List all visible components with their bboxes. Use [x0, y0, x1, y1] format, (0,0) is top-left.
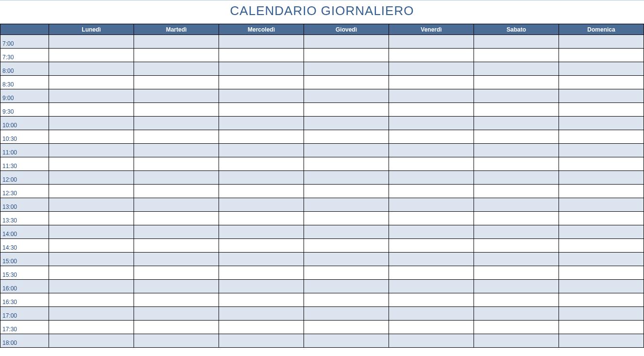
calendar-cell[interactable] — [49, 280, 134, 293]
calendar-cell[interactable] — [49, 307, 134, 321]
calendar-cell[interactable] — [389, 212, 474, 225]
calendar-cell[interactable] — [219, 76, 304, 89]
calendar-cell[interactable] — [389, 266, 474, 280]
calendar-cell[interactable] — [219, 334, 304, 348]
calendar-cell[interactable] — [389, 225, 474, 239]
calendar-cell[interactable] — [134, 76, 219, 89]
calendar-cell[interactable] — [134, 130, 219, 144]
calendar-cell[interactable] — [49, 253, 134, 266]
calendar-cell[interactable] — [219, 239, 304, 253]
calendar-cell[interactable] — [219, 185, 304, 198]
calendar-cell[interactable] — [49, 103, 134, 117]
calendar-cell[interactable] — [49, 198, 134, 212]
calendar-cell[interactable] — [559, 239, 644, 253]
calendar-cell[interactable] — [134, 307, 219, 321]
calendar-cell[interactable] — [134, 225, 219, 239]
calendar-cell[interactable] — [559, 49, 644, 62]
calendar-cell[interactable] — [304, 35, 389, 49]
calendar-cell[interactable] — [49, 334, 134, 348]
calendar-cell[interactable] — [219, 103, 304, 117]
calendar-cell[interactable] — [474, 76, 559, 89]
calendar-cell[interactable] — [474, 334, 559, 348]
calendar-cell[interactable] — [219, 225, 304, 239]
calendar-cell[interactable] — [559, 253, 644, 266]
calendar-cell[interactable] — [49, 293, 134, 307]
calendar-cell[interactable] — [474, 117, 559, 130]
calendar-cell[interactable] — [474, 157, 559, 171]
calendar-cell[interactable] — [389, 171, 474, 185]
calendar-cell[interactable] — [474, 321, 559, 334]
calendar-cell[interactable] — [219, 157, 304, 171]
calendar-cell[interactable] — [49, 144, 134, 157]
calendar-cell[interactable] — [474, 253, 559, 266]
calendar-cell[interactable] — [559, 280, 644, 293]
calendar-cell[interactable] — [559, 171, 644, 185]
calendar-cell[interactable] — [559, 144, 644, 157]
calendar-cell[interactable] — [389, 35, 474, 49]
calendar-cell[interactable] — [304, 239, 389, 253]
calendar-cell[interactable] — [389, 185, 474, 198]
calendar-cell[interactable] — [219, 266, 304, 280]
calendar-cell[interactable] — [559, 103, 644, 117]
calendar-cell[interactable] — [304, 103, 389, 117]
calendar-cell[interactable] — [304, 117, 389, 130]
calendar-cell[interactable] — [49, 266, 134, 280]
calendar-cell[interactable] — [389, 117, 474, 130]
calendar-cell[interactable] — [389, 144, 474, 157]
calendar-cell[interactable] — [304, 130, 389, 144]
calendar-cell[interactable] — [134, 62, 219, 76]
calendar-cell[interactable] — [304, 280, 389, 293]
calendar-cell[interactable] — [474, 49, 559, 62]
calendar-cell[interactable] — [559, 89, 644, 103]
calendar-cell[interactable] — [389, 89, 474, 103]
calendar-cell[interactable] — [389, 253, 474, 266]
calendar-cell[interactable] — [134, 103, 219, 117]
calendar-cell[interactable] — [219, 130, 304, 144]
calendar-cell[interactable] — [49, 321, 134, 334]
calendar-cell[interactable] — [49, 212, 134, 225]
calendar-cell[interactable] — [389, 334, 474, 348]
calendar-cell[interactable] — [559, 225, 644, 239]
calendar-cell[interactable] — [559, 117, 644, 130]
calendar-cell[interactable] — [389, 321, 474, 334]
calendar-cell[interactable] — [559, 212, 644, 225]
calendar-cell[interactable] — [304, 253, 389, 266]
calendar-cell[interactable] — [134, 35, 219, 49]
calendar-cell[interactable] — [389, 157, 474, 171]
calendar-cell[interactable] — [219, 280, 304, 293]
calendar-cell[interactable] — [474, 198, 559, 212]
calendar-cell[interactable] — [389, 198, 474, 212]
calendar-cell[interactable] — [134, 49, 219, 62]
calendar-cell[interactable] — [474, 307, 559, 321]
calendar-cell[interactable] — [134, 293, 219, 307]
calendar-cell[interactable] — [559, 185, 644, 198]
calendar-cell[interactable] — [304, 49, 389, 62]
calendar-cell[interactable] — [49, 117, 134, 130]
calendar-cell[interactable] — [559, 76, 644, 89]
calendar-cell[interactable] — [559, 198, 644, 212]
calendar-cell[interactable] — [49, 225, 134, 239]
calendar-cell[interactable] — [49, 89, 134, 103]
calendar-cell[interactable] — [474, 266, 559, 280]
calendar-cell[interactable] — [389, 130, 474, 144]
calendar-cell[interactable] — [304, 171, 389, 185]
calendar-cell[interactable] — [134, 198, 219, 212]
calendar-cell[interactable] — [389, 103, 474, 117]
calendar-cell[interactable] — [474, 89, 559, 103]
calendar-cell[interactable] — [559, 307, 644, 321]
calendar-cell[interactable] — [474, 293, 559, 307]
calendar-cell[interactable] — [134, 266, 219, 280]
calendar-cell[interactable] — [559, 35, 644, 49]
calendar-cell[interactable] — [559, 321, 644, 334]
calendar-cell[interactable] — [49, 185, 134, 198]
calendar-cell[interactable] — [474, 212, 559, 225]
calendar-cell[interactable] — [304, 198, 389, 212]
calendar-cell[interactable] — [134, 157, 219, 171]
calendar-cell[interactable] — [474, 239, 559, 253]
calendar-cell[interactable] — [304, 266, 389, 280]
calendar-cell[interactable] — [49, 35, 134, 49]
calendar-cell[interactable] — [134, 117, 219, 130]
calendar-cell[interactable] — [304, 185, 389, 198]
calendar-cell[interactable] — [474, 225, 559, 239]
calendar-cell[interactable] — [134, 144, 219, 157]
